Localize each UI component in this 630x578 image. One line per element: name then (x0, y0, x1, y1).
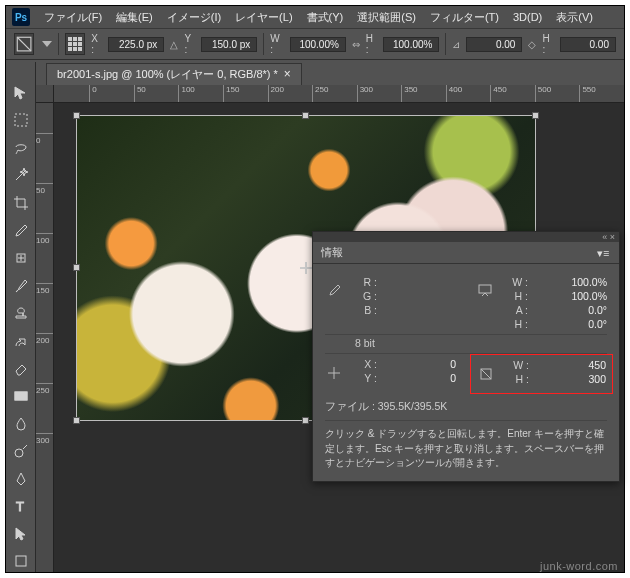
ruler-tick: 500 (535, 85, 580, 102)
panel-menu-icon[interactable]: ▾≡ (595, 247, 611, 259)
gradient-tool-icon[interactable] (10, 385, 32, 407)
ruler-vertical[interactable]: 0 50 100 150 200 250 300 (36, 103, 54, 572)
delta-icon[interactable]: △ (170, 39, 178, 50)
type-tool-icon[interactable]: T (10, 495, 32, 517)
ruler-horizontal[interactable]: 0 50 100 150 200 250 300 350 400 450 500… (54, 85, 624, 103)
eyedropper-icon (325, 276, 343, 306)
history-brush-tool-icon[interactable] (10, 330, 32, 352)
marquee-tool-icon[interactable] (10, 110, 32, 132)
blur-tool-icon[interactable] (10, 413, 32, 435)
watermark: junk-word.com (540, 560, 618, 572)
menu-image[interactable]: イメージ(I) (167, 10, 221, 25)
menu-file[interactable]: ファイル(F) (44, 10, 102, 25)
panel-collapse-icon[interactable]: « × (602, 232, 615, 242)
label: A : (502, 304, 528, 316)
link-icon[interactable]: ⇔ (352, 39, 360, 50)
h2-label: H : (542, 33, 554, 55)
dimensions-icon (476, 276, 494, 306)
ruler-corner (36, 85, 54, 103)
dodge-tool-icon[interactable] (10, 440, 32, 462)
menu-edit[interactable]: 編集(E) (116, 10, 153, 25)
value-width-px: 450 (537, 359, 606, 371)
menu-layer[interactable]: レイヤー(L) (235, 10, 292, 25)
shape-tool-icon[interactable] (10, 551, 32, 573)
h2-value-field[interactable]: 0.00 (560, 37, 616, 52)
path-select-tool-icon[interactable] (10, 523, 32, 545)
value: 0 (385, 372, 456, 384)
svg-rect-2 (15, 114, 27, 126)
panel-header-bar[interactable]: « × (313, 232, 619, 242)
info-panel[interactable]: « × 情報 ▾≡ R : G : B : (312, 231, 620, 482)
svg-line-1 (17, 37, 31, 51)
skew-icon: ◇ (528, 39, 536, 50)
svg-text:T: T (16, 499, 24, 514)
menu-filter[interactable]: フィルター(T) (430, 10, 499, 25)
label: H : (502, 290, 528, 302)
svg-rect-9 (479, 285, 491, 293)
label: R : (351, 276, 377, 288)
info-whah-block: W : H : A : H : 100.0% 100.0% 0.0° 0.0° (476, 276, 607, 330)
value: 0.0° (536, 304, 607, 316)
document-tab[interactable]: br2001-s.jpg @ 100% (レイヤー 0, RGB/8*) * × (46, 63, 302, 85)
crosshair-icon (325, 358, 343, 388)
ruler-tick: 350 (401, 85, 446, 102)
menu-type[interactable]: 書式(Y) (307, 10, 344, 25)
ruler-tick: 250 (312, 85, 357, 102)
value: 100.0% (536, 290, 607, 302)
stamp-tool-icon[interactable] (10, 303, 32, 325)
info-hint-text: クリック & ドラッグすると回転します。Enter キーを押すと確定します。Es… (325, 421, 607, 471)
ruler-tick: 250 (36, 383, 53, 433)
h-label: H : (366, 33, 378, 55)
angle-value-field[interactable]: 0.00 (466, 37, 522, 52)
value-height-px: 300 (537, 373, 606, 385)
info-row-top: R : G : B : W : (325, 272, 607, 335)
move-tool-icon[interactable] (10, 82, 32, 104)
info-tab-label[interactable]: 情報 (321, 245, 343, 260)
ruler-tick: 300 (357, 85, 402, 102)
tool-preset-dropdown-icon[interactable] (42, 41, 52, 47)
menu-view[interactable]: 表示(V) (556, 10, 593, 25)
y-value-field[interactable]: 150.0 px (201, 37, 257, 52)
wand-tool-icon[interactable] (10, 165, 32, 187)
close-tab-icon[interactable]: × (284, 67, 291, 81)
x-value-field[interactable]: 225.0 px (108, 37, 164, 52)
w-label: W : (270, 33, 284, 55)
separator (263, 33, 264, 55)
lasso-tool-icon[interactable] (10, 137, 32, 159)
ruler-tick: 50 (36, 183, 53, 233)
reference-point-icon[interactable] (65, 33, 85, 55)
menu-select[interactable]: 選択範囲(S) (357, 10, 416, 25)
h-value-field[interactable]: 100.00% (383, 37, 439, 52)
info-xy-block: X : Y : 0 0 (325, 358, 456, 390)
ruler-tick: 0 (89, 85, 134, 102)
crop-tool-icon[interactable] (10, 192, 32, 214)
eraser-tool-icon[interactable] (10, 358, 32, 380)
value: 0 (385, 358, 456, 370)
ruler-tick: 300 (36, 433, 53, 483)
brush-tool-icon[interactable] (10, 275, 32, 297)
ruler-tick: 450 (490, 85, 535, 102)
label: X : (351, 358, 377, 370)
separator (58, 33, 59, 55)
label: W : (503, 359, 529, 371)
transform-tool-icon[interactable] (14, 33, 34, 55)
angle-icon: ⊿ (452, 39, 460, 50)
heal-tool-icon[interactable] (10, 247, 32, 269)
file-label: ファイル : (325, 400, 375, 412)
ruler-tick: 50 (134, 85, 179, 102)
ruler-tick: 150 (223, 85, 268, 102)
w-value-field[interactable]: 100.00% (290, 37, 346, 52)
value: 100.0% (536, 276, 607, 288)
menu-3d[interactable]: 3D(D) (513, 11, 542, 23)
app-logo: Ps (12, 8, 30, 26)
info-row-bottom: X : Y : 0 0 W : H : (325, 354, 607, 394)
file-value: 395.5K/395.5K (378, 400, 447, 412)
ruler-tick: 100 (36, 233, 53, 283)
ruler-tick: 150 (36, 283, 53, 333)
eyedropper-tool-icon[interactable] (10, 220, 32, 242)
pen-tool-icon[interactable] (10, 468, 32, 490)
x-label: X : (91, 33, 102, 55)
tool-strip: T (6, 62, 36, 572)
ruler-tick: 200 (268, 85, 313, 102)
label: W : (502, 276, 528, 288)
